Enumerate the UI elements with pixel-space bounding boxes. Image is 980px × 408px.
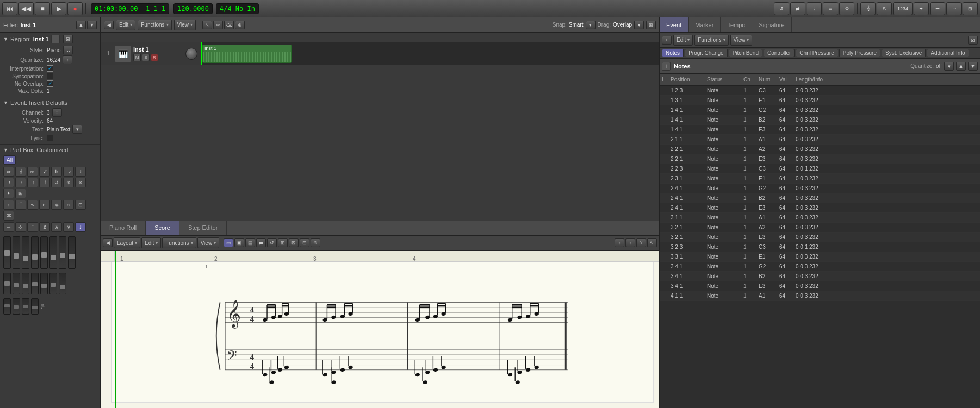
part-tool-s1[interactable]: ⊸: [3, 222, 14, 232]
syncopation-checkbox[interactable]: [47, 73, 53, 79]
region-options-btn[interactable]: ⊠: [63, 35, 73, 43]
part-tool-10[interactable]: 𝅀: [39, 178, 50, 187]
event-row[interactable]: 1 4 1 Note 1 E3 64 0 0 3 232: [660, 125, 980, 135]
more-arrange-tools[interactable]: ⊞: [646, 21, 656, 29]
more-button[interactable]: ⊞: [963, 2, 978, 15]
part-tool-5[interactable]: 𝅘𝅥𝅮: [63, 167, 74, 177]
stop-button[interactable]: ■: [35, 2, 50, 15]
part-tool-11[interactable]: ↺: [51, 178, 62, 187]
tab-signature[interactable]: Signature: [752, 17, 791, 32]
score-back-btn[interactable]: ◀: [103, 238, 113, 247]
interpretation-checkbox[interactable]: [47, 65, 53, 72]
track-timeline[interactable]: Inst 1: [201, 42, 659, 65]
event-row[interactable]: 2 3 1 Note 1 E1 64 0 0 3 232: [660, 174, 980, 184]
score-functions-btn[interactable]: Functions ▾: [162, 237, 196, 248]
event-row[interactable]: 3 2 1 Note 1 A2 64 0 0 3 232: [660, 223, 980, 233]
score-tool-4[interactable]: ⇄: [256, 238, 266, 247]
edit-dropdown-btn[interactable]: Edit ▾: [116, 20, 135, 30]
record-enable-button[interactable]: R: [151, 54, 158, 61]
part-tool-8[interactable]: 𝄾: [15, 178, 26, 187]
score-tool-3[interactable]: ▤: [245, 238, 255, 247]
event-functions-btn[interactable]: Functions ▾: [694, 35, 728, 46]
tiny-fader-1[interactable]: [3, 298, 11, 315]
small-fader-4[interactable]: [31, 273, 39, 294]
play-button[interactable]: ▶: [51, 2, 66, 15]
part-tool-12[interactable]: ⊕: [63, 178, 74, 187]
event-type-progr-change[interactable]: Progr. Change: [685, 49, 728, 57]
part-tool-r1[interactable]: ↕: [3, 200, 14, 210]
part-tool-r6[interactable]: ⌂: [63, 200, 74, 210]
event-row[interactable]: 2 4 1 Note 1 E3 64 0 0 3 232: [660, 203, 980, 213]
col-num[interactable]: Num: [756, 77, 777, 83]
cycle-button[interactable]: ↺: [774, 2, 789, 15]
region-block[interactable]: Inst 1: [202, 45, 292, 63]
part-tool-13[interactable]: ⊗: [75, 178, 86, 187]
part-tool-s4[interactable]: ⊻: [39, 222, 50, 232]
tab-score[interactable]: Score: [146, 221, 179, 235]
quantize-stepper[interactable]: ↕: [63, 55, 72, 64]
event-row[interactable]: 4 1 1 Note 1 A1 64 0 0 3 232: [660, 291, 980, 301]
quantize-stepper-up[interactable]: ▲: [956, 62, 966, 71]
part-tool-9[interactable]: 𝄿: [27, 178, 38, 187]
part-tool-14[interactable]: ✦: [3, 189, 14, 198]
event-type-pitch-bend[interactable]: Pitch Bend: [729, 49, 762, 57]
small-fader-5[interactable]: [40, 273, 48, 294]
tab-tempo[interactable]: Tempo: [721, 17, 752, 32]
score-layout-btn[interactable]: Layout ▾: [114, 237, 140, 248]
score-tool-2[interactable]: ▣: [234, 238, 244, 247]
score-tool-7[interactable]: ⊠: [289, 238, 299, 247]
event-row[interactable]: 2 2 1 Note 1 E3 64 0 0 3 232: [660, 154, 980, 164]
part-tool-rit[interactable]: rit.: [27, 167, 38, 177]
col-status[interactable]: Status: [705, 77, 735, 83]
rewind-button[interactable]: ⏮: [2, 2, 17, 15]
score-extra-1[interactable]: ⊻: [636, 238, 646, 247]
fast-back-button[interactable]: ◀◀: [18, 2, 34, 15]
part-tool-text[interactable]: 𝄞: [15, 167, 26, 177]
event-row[interactable]: 1 4 1 Note 1 B2 64 0 0 3 232: [660, 115, 980, 125]
list-button[interactable]: ☰: [930, 2, 945, 15]
event-row[interactable]: 2 2 1 Note 1 A2 64 0 0 3 232: [660, 145, 980, 154]
event-edit-btn[interactable]: Edit ▾: [673, 35, 693, 46]
part-tool-s5[interactable]: ⊼: [51, 222, 62, 232]
event-row[interactable]: 3 4 1 Note 1 E3 64 0 0 3 232: [660, 281, 980, 291]
score-button[interactable]: 𝄞: [860, 2, 876, 15]
fader-1[interactable]: [3, 236, 11, 269]
text-options-btn[interactable]: ▾: [72, 125, 82, 134]
fader-4[interactable]: [31, 236, 39, 269]
event-row[interactable]: 3 4 1 Note 1 G2 64 0 0 3 232: [660, 262, 980, 272]
style-options-btn[interactable]: …: [63, 46, 73, 54]
part-tool-15[interactable]: ⊞: [15, 189, 26, 198]
event-row[interactable]: 2 2 3 Note 1 C3 64 0 0 1 232: [660, 164, 980, 174]
part-tool-r8[interactable]: ⌘: [3, 211, 14, 221]
snap-options[interactable]: ▾: [586, 21, 596, 29]
lyric-checkbox[interactable]: [47, 135, 53, 141]
part-tool-7[interactable]: 𝄽: [3, 178, 14, 187]
tab-event[interactable]: Event: [660, 17, 689, 32]
part-tool-6[interactable]: ♩: [75, 167, 86, 177]
part-tool-pencil[interactable]: ✏: [3, 167, 14, 177]
event-row[interactable]: 2 1 1 Note 1 A1 64 0 0 3 232: [660, 135, 980, 145]
part-tool-s7[interactable]: ♩: [75, 222, 86, 232]
extra-button[interactable]: ✦: [914, 2, 929, 15]
event-row[interactable]: 2 4 1 Note 1 B2 64 0 0 3 232: [660, 193, 980, 203]
score-zoom-in[interactable]: ↕: [625, 238, 635, 247]
event-row[interactable]: 3 1 1 Note 1 A1 64 0 0 3 232: [660, 213, 980, 223]
event-type-poly-pressure[interactable]: Poly Pressure: [839, 49, 880, 57]
score-tool-9[interactable]: ⊕: [311, 238, 320, 247]
col-ch[interactable]: Ch: [741, 77, 756, 83]
sheet-music-area[interactable]: 𝄞 𝄢 4 4 4 4: [111, 262, 654, 403]
mixer-button[interactable]: ≡: [823, 2, 838, 15]
event-filter-btn[interactable]: ⊠: [968, 36, 978, 45]
part-tool-r4[interactable]: ⊾: [39, 200, 50, 210]
tiny-fader-4[interactable]: [31, 298, 39, 315]
part-tool-s6[interactable]: ⊽: [63, 222, 74, 232]
arr-back-btn[interactable]: ◀: [104, 21, 114, 29]
tempo-display[interactable]: 120.0000: [173, 3, 213, 14]
event-type-chnl-pressure[interactable]: Chnl Pressure: [796, 49, 838, 57]
cursor-tool[interactable]: ↖: [202, 21, 212, 29]
functions-dropdown-btn[interactable]: Functions ▾: [138, 20, 171, 30]
settings-button[interactable]: ⚙: [839, 2, 854, 15]
part-tool-s3[interactable]: ⊺: [27, 222, 38, 232]
event-row[interactable]: 1 2 3 Note 1 C3 64 0 0 3 232: [660, 86, 980, 96]
channel-stepper[interactable]: ↕: [52, 108, 62, 117]
